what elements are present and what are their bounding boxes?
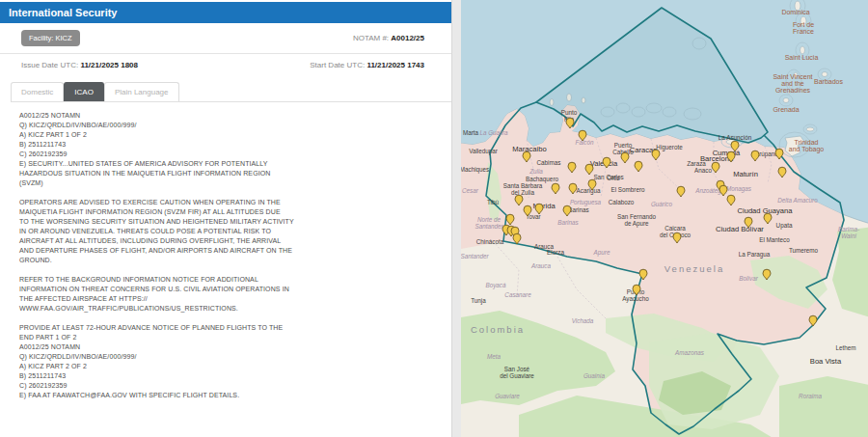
notam-number-label: NOTAM #: (353, 34, 389, 42)
start-date-value: 11/21/2025 1743 (366, 61, 424, 69)
map-label: Barinas (568, 206, 588, 213)
page-title: International Security (0, 2, 451, 23)
map-island (822, 72, 827, 77)
map-label: Chinácota (476, 238, 504, 245)
map-label: Falcón (576, 139, 594, 146)
map-label: Barbados (814, 78, 843, 85)
map-label: Fort deFrance (793, 21, 814, 35)
map-label: San Josédel Guaviare (500, 366, 534, 379)
map-label: Amazonas (674, 349, 705, 356)
map-label: La Guajira (479, 129, 508, 137)
tab-icao[interactable]: ICAO (64, 82, 104, 101)
map-label: Venezuela (665, 263, 724, 274)
map-label: El Manteco (759, 236, 790, 243)
map-label: Barinas (557, 219, 579, 226)
notam-panel: International Security Facility: KICZ NO… (0, 0, 452, 437)
map-label: Boyacá (485, 282, 506, 289)
notam-text-body: A0012/25 NOTAMN Q) KICZ/QRDLD/IV/NBO/AE/… (19, 111, 405, 400)
map-label: Portuguesa (570, 199, 602, 206)
map-label: Anaco (694, 167, 712, 174)
facility-row: Facility: KICZ NOTAM #: A0012/25 (0, 23, 451, 54)
map-label: Dominica (781, 9, 809, 15)
map-label: Santander (461, 253, 489, 259)
map-label: Higuerote (656, 144, 683, 151)
map-label: Guainía (583, 372, 606, 379)
map-label: La Paragua (739, 251, 771, 259)
map-label: Monagas (726, 185, 752, 193)
map-label: Norte deSantander (475, 216, 503, 230)
map-label: Tibú (487, 199, 500, 205)
map-label: Roraima (799, 393, 822, 399)
map-label: Tumeremo (789, 247, 819, 254)
map-label: Saint Lucia (785, 54, 819, 61)
map-label: Lethem (835, 344, 855, 351)
format-tabs: Domestic ICAO Plain Language (11, 82, 451, 102)
map-label: Maturín (733, 170, 758, 178)
tab-domestic[interactable]: Domestic (11, 82, 64, 101)
map-island (783, 98, 789, 103)
map-label: Colombia (471, 324, 525, 335)
map-label: El Sombrero (611, 186, 645, 193)
issue-date-value: 11/21/2025 1808 (80, 61, 138, 69)
map-label: La Asunción (719, 134, 752, 141)
map-label: Ortiz (607, 175, 619, 181)
notam-number-value: A0012/25 (391, 34, 424, 42)
map-label: Tunja (471, 297, 486, 305)
map-island (800, 46, 805, 54)
map-container[interactable]: DominicaFort deFranceSaint LuciaSaint Vi… (461, 0, 868, 437)
map-label: Elorza (547, 249, 564, 256)
map-label: Cabimas (537, 159, 561, 166)
map-label: Valledupar (469, 148, 498, 155)
map-label: Calabozo (609, 199, 635, 205)
map-label: Arauca (534, 243, 554, 250)
dates-row: Issue Date UTC: 11/21/2025 1808 Start Da… (0, 54, 451, 76)
issue-date-label: Issue Date UTC: (21, 61, 78, 69)
map-label: Maracaibo (512, 145, 546, 153)
map-label: Barima-Waini (838, 226, 859, 239)
map-label: Meta (487, 353, 501, 360)
start-date-field: Start Date UTC: 11/21/2025 1743 (310, 61, 424, 69)
map-label: Guárico (651, 201, 673, 207)
map-label: Boa Vista (810, 357, 842, 366)
map-label: Ciudad Bolívar (716, 225, 764, 233)
map-label: Acarigua (577, 187, 601, 195)
map-label: Vichada (572, 317, 594, 324)
facility-badge: Facility: KICZ (21, 30, 80, 46)
map-label: Marta (463, 129, 479, 136)
map-label: Zulia (529, 168, 543, 175)
map-label: Grenada (773, 106, 799, 113)
tab-plain-language[interactable]: Plain Language (104, 82, 179, 101)
map-label: Guaviare (495, 393, 520, 399)
map-label: Upata (776, 222, 793, 230)
map-label: Arauca (530, 262, 551, 269)
issue-date-field: Issue Date UTC: 11/21/2025 1808 (21, 61, 138, 69)
map-green-area (779, 376, 868, 437)
map-label: Delta Amacuro (777, 197, 818, 204)
start-date-label: Start Date UTC: (310, 61, 365, 69)
map-label: Machiques (461, 166, 489, 174)
map-label: Bolívar (739, 275, 759, 282)
map-island (806, 127, 814, 131)
map-label: Apure (593, 249, 610, 257)
map-label: Casanare (504, 291, 531, 298)
notam-number-field: NOTAM #: A0012/25 (353, 34, 424, 42)
map-svg[interactable]: DominicaFort deFranceSaint LuciaSaint Vi… (461, 0, 868, 437)
map-label: Cesar (462, 187, 479, 194)
